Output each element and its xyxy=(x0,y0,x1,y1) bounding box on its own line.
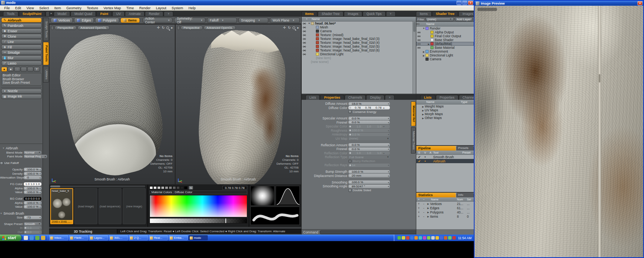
panel-tab[interactable]: Shader Tree xyxy=(432,11,458,16)
prop-field[interactable]: 100.0 %◂▸ xyxy=(24,190,41,194)
name-column-header[interactable]: Name xyxy=(312,17,320,21)
selection-mode-button[interactable]: Vertices xyxy=(51,18,73,23)
select-plus-button[interactable]: + xyxy=(416,210,421,214)
item-row[interactable]: (new item) xyxy=(302,56,416,60)
value-marker[interactable] xyxy=(225,218,226,223)
shader-row[interactable]: ▼ Render xyxy=(416,26,474,30)
spinner-icon[interactable]: ◂▸ xyxy=(388,129,389,132)
layout-tab[interactable]: UV xyxy=(112,11,125,16)
name-column-header[interactable]: Name xyxy=(426,22,434,26)
mini-slider-knob[interactable] xyxy=(349,134,351,136)
spinner-icon[interactable]: ◂▸ xyxy=(39,216,41,218)
panel-tab[interactable]: Display xyxy=(366,95,384,100)
deselect-minus-button[interactable]: - xyxy=(421,215,426,218)
deselect-minus-button[interactable]: - xyxy=(421,206,426,210)
tray-icon[interactable] xyxy=(414,236,418,240)
layout-tab[interactable]: Model Quad xyxy=(71,11,96,16)
toolbar-dropdown[interactable]: Work Plane▼ xyxy=(270,18,300,23)
preset-scrollbar[interactable] xyxy=(50,185,145,187)
viewport-projection-button[interactable]: Perspective xyxy=(181,26,203,30)
mini-slider-knob[interactable] xyxy=(25,231,26,233)
panel-tab[interactable]: Shader Tree xyxy=(318,11,343,16)
gray-swatch[interactable] xyxy=(150,186,153,189)
visibility-eye-icon[interactable] xyxy=(303,34,306,36)
expand-arrow-icon[interactable]: ▶ xyxy=(426,207,430,209)
viewport-left[interactable]: Perspective Advanced OpenGL ✛ ↻ ▸ N xyxy=(49,24,175,185)
mini-slider-knob[interactable] xyxy=(25,191,26,193)
spinner-icon[interactable]: ◂▸ xyxy=(388,121,389,124)
gray-swatch[interactable] xyxy=(169,186,172,189)
mini-slider-knob[interactable] xyxy=(349,181,351,183)
spinner-icon[interactable]: ◂▸ xyxy=(388,185,389,187)
viewport-expand-icon[interactable]: ▸ xyxy=(171,26,173,30)
brush-tool-button[interactable]: ◆ Eraser xyxy=(1,28,42,33)
expand-arrow-icon[interactable]: ▶ xyxy=(426,215,430,218)
panel-tab[interactable]: Items xyxy=(301,11,317,16)
gray-swatch[interactable] xyxy=(184,186,187,189)
panel-tab[interactable]: Properties xyxy=(320,95,344,100)
spinner-icon[interactable]: ◂▸ xyxy=(388,148,389,150)
prop-field[interactable]: 100.0 %◂▸ xyxy=(348,170,390,174)
map-list-row[interactable]: ▶ UV Maps xyxy=(416,108,474,112)
gray-swatch[interactable] xyxy=(180,186,184,189)
spinner-icon[interactable]: ◂▸ xyxy=(39,172,41,175)
layout-tab[interactable]: Sculpt/Paint xyxy=(19,11,45,16)
name-column-header[interactable]: Name xyxy=(426,100,461,104)
toolbar-dropdown[interactable]: Action Center▼ xyxy=(143,18,173,23)
shader-row[interactable]: Final Color Output xyxy=(416,34,474,38)
task-button[interactable]: Emba... xyxy=(169,235,188,240)
spinner-icon[interactable]: ◂▸ xyxy=(388,164,389,166)
tray-icon[interactable] xyxy=(419,236,422,240)
map-list-row[interactable]: ▶ Other Maps xyxy=(416,116,474,120)
prop-dropdown[interactable]: Normal Proj ...▼ xyxy=(24,155,47,158)
toolbar-dropdown[interactable]: Symmetry: Off▼ xyxy=(174,18,205,23)
mini-slider-knob[interactable] xyxy=(25,227,26,229)
tray-icon[interactable] xyxy=(452,236,456,240)
prop-dropdown[interactable]: Smooth▼ xyxy=(24,222,41,226)
menu-item[interactable]: Edit xyxy=(13,6,24,10)
mini-slider-knob[interactable] xyxy=(349,175,351,177)
prop-field[interactable]: 100.0 %◂▸ xyxy=(24,201,41,205)
mini-slider-knob[interactable] xyxy=(25,177,26,179)
image-preview-close-button[interactable]: × xyxy=(637,1,642,5)
maximize-button[interactable]: □ xyxy=(462,1,467,5)
color-triplet-field[interactable]: 1.01.01.0 ◂▸ xyxy=(348,125,390,128)
color-swatch-field[interactable]: 1.0 1.0 1.0 xyxy=(24,182,41,186)
checkbox[interactable] xyxy=(348,110,352,113)
visible-dot-icon[interactable]: • xyxy=(422,155,428,159)
item-row[interactable]: (new scene) xyxy=(302,60,416,64)
statistics-row[interactable]: + - ▶ Vertices 21... ... xyxy=(416,202,474,206)
statistics-row[interactable]: + - ▶ Edges 61... ... xyxy=(416,206,474,210)
mini-slider-knob[interactable] xyxy=(349,121,351,123)
modo-title-bar[interactable]: modo _ □ × xyxy=(0,0,474,5)
menu-item[interactable]: Select xyxy=(36,6,51,10)
material-side-tab[interactable]: Material Ref xyxy=(411,101,416,126)
start-button[interactable]: start xyxy=(0,235,21,241)
select-plus-button[interactable]: + xyxy=(416,202,421,206)
shader-row[interactable]: Alpha Output xyxy=(416,30,474,34)
zoom-icon[interactable] xyxy=(292,26,295,29)
prop-checkbox[interactable]: Conserve Energy xyxy=(348,110,410,114)
visibility-eye-icon[interactable] xyxy=(303,46,306,48)
tray-icon[interactable] xyxy=(431,236,435,240)
spinner-icon[interactable]: ◂▸ xyxy=(39,231,41,233)
brush-tool-button[interactable]: 💧 Blur xyxy=(1,55,42,60)
spinner-icon[interactable]: ◂▸ xyxy=(388,181,389,184)
viewport-expand-icon[interactable]: ▸ xyxy=(297,26,299,30)
spinner-icon[interactable]: ◂▸ xyxy=(39,191,41,194)
close-button[interactable]: × xyxy=(468,1,473,5)
pan-icon[interactable]: ✛ xyxy=(157,26,160,30)
spinner-icon[interactable]: ◂▸ xyxy=(39,206,41,208)
mini-slider-knob[interactable] xyxy=(349,107,351,109)
extra-tool-button[interactable]: ✦ Nozzle xyxy=(1,89,42,94)
quick-launch-icon[interactable] xyxy=(24,236,28,240)
tray-icon[interactable] xyxy=(440,236,443,240)
visibility-eye-icon[interactable] xyxy=(303,50,306,51)
visibility-eye-icon[interactable] xyxy=(417,43,421,45)
spinner-icon[interactable]: ◂▸ xyxy=(388,117,389,119)
brush-tip-button[interactable]: ✦ xyxy=(27,67,33,72)
mini-slider-knob[interactable] xyxy=(349,148,351,150)
zoom-icon[interactable] xyxy=(166,26,169,29)
checkbox[interactable] xyxy=(0,162,3,165)
tray-icon[interactable] xyxy=(423,236,426,240)
